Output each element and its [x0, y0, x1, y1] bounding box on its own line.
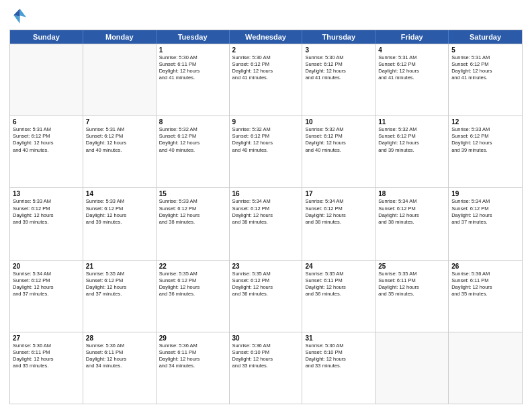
day-info: Sunrise: 5:35 AM Sunset: 6:12 PM Dayligh… [86, 271, 153, 298]
calendar-cell: 11Sunrise: 5:32 AM Sunset: 6:12 PM Dayli… [375, 116, 449, 187]
calendar-cell: 2Sunrise: 5:30 AM Sunset: 6:12 PM Daylig… [230, 44, 303, 116]
calendar-row: 27Sunrise: 5:36 AM Sunset: 6:11 PM Dayli… [10, 332, 522, 404]
calendar: SundayMondayTuesdayWednesdayThursdayFrid… [9, 30, 523, 404]
day-info: Sunrise: 5:35 AM Sunset: 6:12 PM Dayligh… [232, 271, 300, 298]
day-number: 5 [451, 46, 519, 54]
header-day-monday: Monday [83, 30, 157, 44]
day-info: Sunrise: 5:30 AM Sunset: 6:11 PM Dayligh… [159, 54, 226, 82]
day-info: Sunrise: 5:30 AM Sunset: 6:12 PM Dayligh… [305, 54, 372, 82]
header-day-friday: Friday [375, 30, 449, 44]
calendar-cell: 10Sunrise: 5:32 AM Sunset: 6:12 PM Dayli… [302, 116, 375, 187]
calendar-cell: 3Sunrise: 5:30 AM Sunset: 6:12 PM Daylig… [302, 44, 375, 116]
calendar-row: 13Sunrise: 5:33 AM Sunset: 6:12 PM Dayli… [10, 187, 522, 259]
day-info: Sunrise: 5:32 AM Sunset: 6:12 PM Dayligh… [232, 126, 300, 154]
calendar-cell: 6Sunrise: 5:31 AM Sunset: 6:12 PM Daylig… [10, 116, 83, 187]
calendar-header: SundayMondayTuesdayWednesdayThursdayFrid… [10, 30, 522, 44]
day-info: Sunrise: 5:32 AM Sunset: 6:12 PM Dayligh… [378, 126, 445, 154]
calendar-cell: 20Sunrise: 5:34 AM Sunset: 6:12 PM Dayli… [10, 261, 83, 332]
calendar-cell [375, 332, 449, 404]
day-info: Sunrise: 5:32 AM Sunset: 6:12 PM Dayligh… [305, 126, 372, 154]
day-number: 15 [159, 190, 226, 197]
calendar-cell: 16Sunrise: 5:34 AM Sunset: 6:12 PM Dayli… [230, 188, 303, 259]
day-number: 23 [232, 263, 300, 270]
day-info: Sunrise: 5:32 AM Sunset: 6:12 PM Dayligh… [159, 126, 226, 154]
calendar-cell: 26Sunrise: 5:36 AM Sunset: 6:11 PM Dayli… [449, 261, 522, 332]
calendar-cell: 13Sunrise: 5:33 AM Sunset: 6:12 PM Dayli… [10, 188, 83, 259]
calendar-cell: 28Sunrise: 5:36 AM Sunset: 6:11 PM Dayli… [83, 332, 157, 404]
calendar-cell [10, 44, 83, 116]
calendar-cell: 30Sunrise: 5:36 AM Sunset: 6:10 PM Dayli… [230, 332, 303, 404]
calendar-cell: 9Sunrise: 5:32 AM Sunset: 6:12 PM Daylig… [230, 116, 303, 187]
day-info: Sunrise: 5:34 AM Sunset: 6:12 PM Dayligh… [451, 198, 519, 226]
day-number: 29 [159, 334, 226, 342]
day-number: 12 [451, 118, 519, 126]
day-info: Sunrise: 5:36 AM Sunset: 6:11 PM Dayligh… [13, 342, 80, 370]
calendar-cell: 31Sunrise: 5:36 AM Sunset: 6:10 PM Dayli… [302, 332, 375, 404]
calendar-cell: 12Sunrise: 5:33 AM Sunset: 6:12 PM Dayli… [449, 116, 522, 187]
day-number: 7 [86, 118, 153, 126]
logo [9, 7, 31, 26]
day-number: 16 [232, 190, 300, 197]
header-day-saturday: Saturday [449, 30, 522, 44]
calendar-cell: 5Sunrise: 5:31 AM Sunset: 6:12 PM Daylig… [449, 44, 522, 116]
header-day-thursday: Thursday [302, 30, 375, 44]
page: SundayMondayTuesdayWednesdayThursdayFrid… [0, 0, 532, 411]
day-info: Sunrise: 5:34 AM Sunset: 6:12 PM Dayligh… [232, 198, 300, 226]
day-info: Sunrise: 5:34 AM Sunset: 6:12 PM Dayligh… [13, 271, 80, 298]
day-info: Sunrise: 5:30 AM Sunset: 6:12 PM Dayligh… [232, 54, 300, 82]
calendar-cell [83, 44, 157, 116]
day-number: 4 [378, 46, 445, 54]
day-number: 14 [86, 190, 153, 197]
day-number: 11 [378, 118, 445, 126]
calendar-cell: 19Sunrise: 5:34 AM Sunset: 6:12 PM Dayli… [449, 188, 522, 259]
day-info: Sunrise: 5:31 AM Sunset: 6:12 PM Dayligh… [451, 54, 519, 82]
header-day-wednesday: Wednesday [230, 30, 303, 44]
day-info: Sunrise: 5:36 AM Sunset: 6:11 PM Dayligh… [86, 342, 153, 370]
day-number: 9 [232, 118, 300, 126]
day-info: Sunrise: 5:36 AM Sunset: 6:11 PM Dayligh… [159, 342, 226, 370]
calendar-cell: 7Sunrise: 5:31 AM Sunset: 6:12 PM Daylig… [83, 116, 157, 187]
header-day-sunday: Sunday [10, 30, 83, 44]
day-number: 1 [159, 46, 226, 54]
calendar-cell: 27Sunrise: 5:36 AM Sunset: 6:11 PM Dayli… [10, 332, 83, 404]
calendar-cell: 17Sunrise: 5:34 AM Sunset: 6:12 PM Dayli… [302, 188, 375, 259]
calendar-cell: 25Sunrise: 5:35 AM Sunset: 6:11 PM Dayli… [375, 261, 449, 332]
day-info: Sunrise: 5:33 AM Sunset: 6:12 PM Dayligh… [159, 198, 226, 226]
day-info: Sunrise: 5:31 AM Sunset: 6:12 PM Dayligh… [378, 54, 445, 82]
day-info: Sunrise: 5:35 AM Sunset: 6:12 PM Dayligh… [159, 271, 226, 298]
calendar-row: 20Sunrise: 5:34 AM Sunset: 6:12 PM Dayli… [10, 260, 522, 332]
day-info: Sunrise: 5:33 AM Sunset: 6:12 PM Dayligh… [451, 126, 519, 154]
day-number: 19 [451, 190, 519, 197]
day-number: 26 [451, 263, 519, 270]
calendar-cell: 29Sunrise: 5:36 AM Sunset: 6:11 PM Dayli… [157, 332, 230, 404]
calendar-cell: 21Sunrise: 5:35 AM Sunset: 6:12 PM Dayli… [83, 261, 157, 332]
day-info: Sunrise: 5:35 AM Sunset: 6:11 PM Dayligh… [378, 271, 445, 298]
day-info: Sunrise: 5:34 AM Sunset: 6:12 PM Dayligh… [378, 198, 445, 226]
header [9, 7, 523, 26]
day-info: Sunrise: 5:36 AM Sunset: 6:10 PM Dayligh… [232, 342, 300, 370]
day-number: 2 [232, 46, 300, 54]
day-number: 10 [305, 118, 372, 126]
calendar-body: 1Sunrise: 5:30 AM Sunset: 6:11 PM Daylig… [10, 44, 522, 404]
calendar-cell: 8Sunrise: 5:32 AM Sunset: 6:12 PM Daylig… [157, 116, 230, 187]
header-day-tuesday: Tuesday [157, 30, 230, 44]
day-info: Sunrise: 5:33 AM Sunset: 6:12 PM Dayligh… [13, 198, 80, 226]
day-number: 8 [159, 118, 226, 126]
day-number: 24 [305, 263, 372, 270]
calendar-cell: 23Sunrise: 5:35 AM Sunset: 6:12 PM Dayli… [230, 261, 303, 332]
day-info: Sunrise: 5:31 AM Sunset: 6:12 PM Dayligh… [86, 126, 153, 154]
calendar-row: 1Sunrise: 5:30 AM Sunset: 6:11 PM Daylig… [10, 44, 522, 116]
day-number: 21 [86, 263, 153, 270]
day-number: 28 [86, 334, 153, 342]
day-number: 3 [305, 46, 372, 54]
day-info: Sunrise: 5:35 AM Sunset: 6:11 PM Dayligh… [305, 271, 372, 298]
day-number: 27 [13, 334, 80, 342]
calendar-cell: 4Sunrise: 5:31 AM Sunset: 6:12 PM Daylig… [375, 44, 449, 116]
day-number: 31 [305, 334, 372, 342]
logo-icon [9, 7, 28, 26]
day-info: Sunrise: 5:36 AM Sunset: 6:11 PM Dayligh… [451, 271, 519, 298]
calendar-cell: 22Sunrise: 5:35 AM Sunset: 6:12 PM Dayli… [157, 261, 230, 332]
day-info: Sunrise: 5:34 AM Sunset: 6:12 PM Dayligh… [305, 198, 372, 226]
calendar-cell: 14Sunrise: 5:33 AM Sunset: 6:12 PM Dayli… [83, 188, 157, 259]
day-number: 18 [378, 190, 445, 197]
